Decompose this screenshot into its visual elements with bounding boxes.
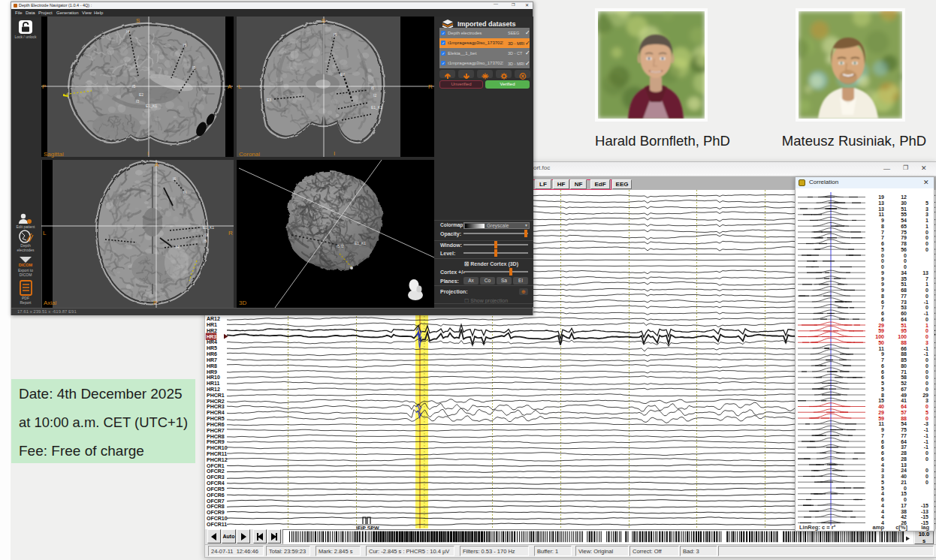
svg-text:Sagittal: Sagittal [44, 151, 64, 158]
svg-text:100: 100 [875, 334, 884, 339]
svg-text:Coronal: Coronal [239, 151, 260, 158]
svg-text:A: A [228, 83, 232, 90]
svg-text:1: 1 [925, 282, 928, 287]
svg-text:PHCR4: PHCR4 [207, 410, 225, 415]
svg-text:0: 0 [925, 230, 928, 235]
svg-text:88: 88 [901, 351, 907, 357]
svg-text:7: 7 [881, 357, 884, 363]
svg-text:71: 71 [901, 369, 907, 375]
svg-text:0: 0 [881, 258, 884, 263]
svg-text:9: 9 [881, 218, 884, 223]
svg-text:67: 67 [901, 387, 907, 392]
svg-text:amp: amp [873, 524, 885, 531]
svg-text:-15: -15 [921, 514, 928, 519]
svg-text:HR11: HR11 [207, 381, 220, 386]
svg-text:HR6: HR6 [207, 351, 217, 357]
svg-text:0: 0 [904, 253, 907, 258]
svg-text:29: 29 [878, 323, 884, 328]
svg-text:66: 66 [901, 346, 907, 351]
svg-text:DICOM: DICOM [19, 263, 33, 267]
svg-text:-15: -15 [921, 503, 928, 508]
svg-text:54: 54 [901, 421, 907, 426]
svg-text:64: 64 [901, 404, 907, 409]
svg-text:0: 0 [925, 247, 928, 252]
svg-text:I2: I2 [373, 93, 376, 98]
svg-text:37: 37 [901, 444, 907, 450]
svg-text:I5: I5 [204, 239, 207, 243]
svg-text:Lock / unlock: Lock / unlock [14, 35, 37, 39]
svg-text:0: 0 [925, 305, 928, 310]
svg-text:HR3: HR3 [207, 334, 217, 339]
svg-text:-1: -1 [924, 300, 928, 305]
svg-text:65: 65 [901, 224, 907, 229]
svg-text:13: 13 [901, 462, 907, 468]
svg-text:4: 4 [881, 491, 884, 496]
svg-text:29: 29 [922, 393, 928, 398]
svg-text:9: 9 [881, 351, 884, 357]
svg-text:78: 78 [901, 241, 907, 246]
svg-text:c[%]: c[%] [895, 524, 907, 531]
svg-text:0: 0 [925, 456, 928, 462]
svg-text:88: 88 [901, 340, 907, 345]
svg-text:5: 5 [925, 410, 928, 415]
svg-text:HR4: HR4 [207, 339, 217, 345]
svg-text:41: 41 [901, 398, 907, 403]
svg-text:HR5: HR5 [207, 345, 217, 351]
svg-text:A: A [155, 161, 159, 168]
svg-text:9: 9 [881, 270, 884, 275]
svg-text:I6: I6 [183, 43, 186, 47]
svg-text:0: 0 [925, 363, 928, 369]
svg-text:6: 6 [881, 456, 884, 462]
svg-text:1: 1 [925, 224, 928, 229]
svg-text:9: 9 [881, 276, 884, 282]
svg-text:28: 28 [901, 450, 907, 456]
svg-text:E1_K1: E1_K1 [371, 105, 382, 110]
svg-text:0: 0 [925, 450, 928, 456]
svg-text:28: 28 [901, 456, 907, 462]
svg-text:PHCR9: PHCR9 [207, 439, 225, 444]
svg-text:6: 6 [881, 317, 884, 322]
svg-text:S: S [136, 17, 140, 24]
svg-text:0: 0 [925, 294, 928, 299]
svg-text:PHCR6: PHCR6 [207, 422, 225, 427]
svg-text:77: 77 [901, 294, 907, 299]
svg-text:I5: I5 [371, 86, 374, 90]
svg-text:19: 19 [878, 194, 884, 200]
svg-text:0: 0 [904, 486, 907, 491]
svg-text:0: 0 [904, 497, 907, 502]
svg-text:12: 12 [901, 194, 907, 200]
svg-text:I4: I4 [176, 245, 179, 249]
svg-text:15: 15 [901, 491, 907, 496]
svg-text:0: 0 [925, 387, 928, 392]
svg-text:I6: I6 [334, 32, 337, 37]
svg-text:64: 64 [901, 317, 907, 322]
svg-text:9: 9 [881, 288, 884, 293]
svg-text:5: 5 [881, 486, 884, 491]
svg-text:0: 0 [925, 416, 928, 421]
svg-text:0: 0 [925, 235, 928, 240]
svg-text:OFCR5: OFCR5 [207, 486, 225, 492]
svg-text:E2: E2 [340, 72, 345, 77]
svg-text:Axial: Axial [44, 300, 57, 306]
svg-text:E1_K1: E1_K1 [203, 225, 214, 230]
svg-text:0: 0 [925, 317, 928, 322]
svg-text:DICOM: DICOM [20, 272, 32, 277]
svg-text:75: 75 [901, 427, 907, 432]
svg-text:51: 51 [901, 206, 907, 212]
svg-text:electrodes: electrodes [17, 248, 35, 252]
svg-text:OFCR8: OFCR8 [207, 504, 225, 509]
svg-text:OFCR1: OFCR1 [207, 463, 225, 468]
svg-text:7: 7 [925, 276, 928, 282]
svg-text:4: 4 [881, 462, 884, 468]
svg-text:I5: I5 [192, 65, 195, 70]
svg-text:0: 0 [925, 468, 928, 473]
svg-text:6: 6 [881, 444, 884, 450]
svg-text:I2: I2 [205, 233, 208, 237]
svg-text:5: 5 [881, 387, 884, 392]
svg-text:6: 6 [881, 241, 884, 246]
svg-text:73: 73 [901, 300, 907, 305]
svg-text:OFCR2: OFCR2 [207, 468, 225, 474]
svg-text:HR2: HR2 [207, 328, 217, 333]
svg-text:L: L [238, 83, 242, 90]
svg-text:3: 3 [925, 206, 928, 212]
